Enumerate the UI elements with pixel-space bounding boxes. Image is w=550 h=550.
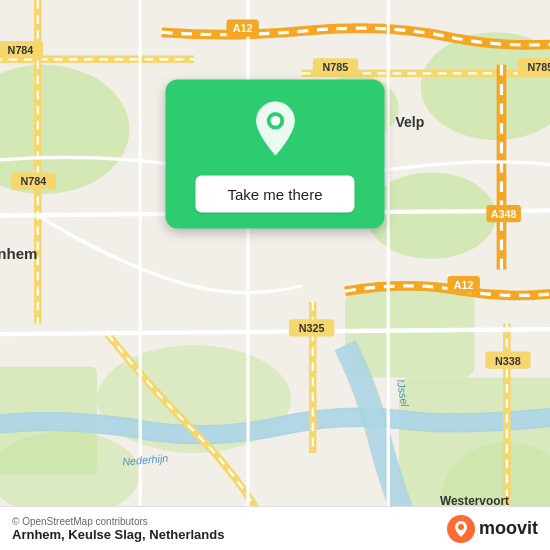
svg-text:N785: N785: [527, 61, 550, 73]
svg-text:rnhem: rnhem: [0, 245, 37, 262]
bottom-bar: © OpenStreetMap contributors Arnhem, Keu…: [0, 506, 550, 550]
svg-point-52: [270, 116, 280, 126]
location-label: Arnhem, Keulse Slag, Netherlands: [12, 527, 224, 542]
svg-text:A12: A12: [233, 22, 253, 34]
location-card: Take me there: [165, 80, 384, 229]
svg-text:A348: A348: [491, 208, 517, 220]
svg-point-3: [367, 173, 496, 259]
moovit-logo: moovit: [447, 515, 538, 543]
svg-text:N784: N784: [8, 44, 34, 56]
copyright-text: © OpenStreetMap contributors: [12, 516, 224, 527]
svg-text:N784: N784: [21, 175, 47, 187]
moovit-icon: [447, 515, 475, 543]
bottom-info: © OpenStreetMap contributors Arnhem, Keu…: [12, 516, 224, 542]
svg-text:A12: A12: [454, 279, 474, 291]
take-me-there-button[interactable]: Take me there: [195, 176, 354, 213]
svg-text:Velp: Velp: [395, 114, 424, 130]
svg-text:N785: N785: [323, 61, 349, 73]
map-container: N784 N784 A12 N785 N785 A348 A12 N325 N3…: [0, 0, 550, 550]
map-pin-icon: [249, 100, 301, 164]
svg-text:N325: N325: [299, 322, 325, 334]
svg-text:N338: N338: [495, 355, 521, 367]
moovit-brand-text: moovit: [479, 518, 538, 539]
svg-point-54: [458, 524, 464, 530]
